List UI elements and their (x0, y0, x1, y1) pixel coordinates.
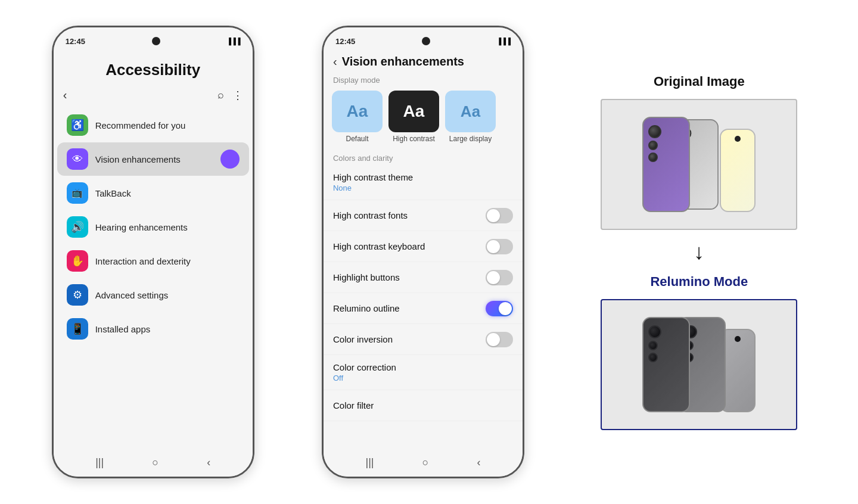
relumino-outline-label: Relumino outline (333, 303, 400, 313)
relumino-phones-group (642, 317, 756, 412)
menu-item-hearing[interactable]: 🔊 Hearing enhancements (57, 210, 249, 244)
high-contrast-fonts-knob (487, 209, 500, 222)
right-phone-time: 12:45 (335, 37, 355, 46)
left-phone: 12:45 ▐▐▐ Accessibility ‹ ⌕ ⋮ ♿ Recommen… (52, 26, 254, 478)
original-phone-cream (720, 129, 756, 212)
ve-title: Vision enhancements (342, 55, 464, 69)
color-inversion-row[interactable]: Color inversion (324, 324, 523, 355)
original-phones-group (642, 117, 756, 212)
menu-item-recommended[interactable]: ♿ Recommended for you (57, 108, 249, 142)
ve-header: ‹ Vision enhancements (324, 49, 523, 72)
color-inversion-label: Color inversion (333, 334, 393, 344)
interaction-icon: ✋ (67, 250, 88, 272)
left-phone-time: 12:45 (66, 37, 85, 46)
right-phone-bottom-bar: ||| ○ ‹ (324, 448, 523, 477)
nav-back-icon[interactable]: ‹ (207, 456, 210, 469)
high-contrast-theme-label: High contrast theme (333, 172, 413, 182)
purple-camera-cluster (648, 125, 661, 162)
menu-item-vision[interactable]: 👁 Vision enhancements (57, 142, 249, 176)
high-contrast-fonts-toggle[interactable] (486, 208, 513, 223)
highlight-buttons-label: Highlight buttons (333, 272, 400, 282)
left-phone-signal: ▐▐▐ (226, 38, 240, 45)
default-mode-box: Aa (332, 91, 383, 132)
highlight-buttons-row[interactable]: Highlight buttons (324, 262, 523, 293)
relumino-outline-knob (499, 302, 512, 315)
right-phone: 12:45 ▐▐▐ ‹ Vision enhancements Display … (322, 26, 524, 478)
hearing-icon: 🔊 (67, 216, 88, 238)
relumino-outline-content: Relumino outline (333, 303, 400, 313)
color-inversion-knob (487, 333, 500, 346)
highlight-buttons-knob (487, 271, 500, 284)
high-contrast-keyboard-row[interactable]: High contrast keyboard (324, 231, 523, 262)
relumino-outline-toggle[interactable] (486, 301, 513, 316)
accessibility-title: Accessibility (54, 61, 253, 79)
color-filter-label: Color filter (333, 400, 374, 410)
nav-pipe-icon[interactable]: ||| (95, 456, 104, 469)
high-contrast-keyboard-label: High contrast keyboard (333, 241, 425, 251)
talkback-icon: 📺 (67, 182, 88, 204)
recommended-label: Recommended for you (95, 120, 186, 130)
high-contrast-keyboard-toggle[interactable] (486, 239, 513, 254)
vision-active-dot (220, 150, 240, 169)
interaction-label: Interaction and dexterity (95, 256, 191, 266)
display-mode-high-contrast[interactable]: Aa High contrast (388, 91, 439, 143)
right-phone-camera (422, 37, 430, 45)
color-filter-row[interactable]: Color filter (324, 390, 523, 421)
high-contrast-fonts-label: High contrast fonts (333, 210, 408, 220)
ve-back-button[interactable]: ‹ (333, 55, 337, 69)
right-nav-pipe-icon[interactable]: ||| (366, 456, 374, 469)
advanced-icon: ⚙ (67, 284, 88, 306)
high-contrast-fonts-content: High contrast fonts (333, 210, 408, 220)
right-nav-back-icon[interactable]: ‹ (477, 456, 480, 469)
menu-item-installed[interactable]: 📱 Installed apps (57, 312, 249, 346)
cam-lens-3 (648, 153, 658, 162)
accessibility-menu-list: ♿ Recommended for you 👁 Vision enhanceme… (54, 108, 253, 448)
left-phone-bottom-bar: ||| ○ ‹ (54, 448, 253, 477)
back-button[interactable]: ‹ (63, 88, 67, 102)
high-contrast-mode-text: Aa (403, 102, 425, 121)
vision-label: Vision enhancements (95, 154, 181, 164)
advanced-label: Advanced settings (95, 290, 169, 300)
high-contrast-fonts-row[interactable]: High contrast fonts (324, 200, 523, 231)
original-image-box (601, 99, 797, 230)
color-inversion-content: Color inversion (333, 334, 393, 344)
right-phone-screen: ‹ Vision enhancements Display mode Aa De… (324, 49, 523, 448)
right-nav-home-icon[interactable]: ○ (422, 456, 429, 469)
original-phone-purple (642, 117, 690, 212)
default-mode-label: Default (346, 135, 368, 143)
nav-home-icon[interactable]: ○ (152, 456, 158, 469)
large-mode-label: Large display (449, 135, 492, 143)
relumino-image-box (601, 299, 797, 430)
clarity-section: High contrast theme None High contrast f… (324, 165, 523, 448)
high-contrast-theme-row[interactable]: High contrast theme None (324, 165, 523, 200)
comparison-section: Original Image (592, 74, 806, 430)
down-arrow: ↓ (694, 239, 704, 265)
high-contrast-keyboard-knob (487, 240, 500, 253)
cam-lens-1 (648, 125, 661, 138)
relumino-outline-row[interactable]: Relumino outline (324, 293, 523, 324)
color-inversion-toggle[interactable] (486, 332, 513, 347)
highlight-buttons-toggle[interactable] (486, 270, 513, 285)
search-icon[interactable]: ⌕ (217, 89, 224, 102)
color-correction-row[interactable]: Color correction Off (324, 355, 523, 390)
acc-nav-row: ‹ ⌕ ⋮ (54, 82, 253, 108)
relumino-overlay-1 (644, 318, 689, 411)
original-image-title: Original Image (654, 74, 745, 89)
color-correction-label: Color correction (333, 362, 396, 372)
left-phone-screen: Accessibility ‹ ⌕ ⋮ ♿ Recommended for yo… (54, 49, 253, 448)
colors-clarity-label: Colors and clarity (324, 150, 523, 165)
high-contrast-theme-content: High contrast theme None (333, 172, 413, 192)
display-mode-large[interactable]: Aa Large display (445, 91, 496, 143)
high-contrast-keyboard-content: High contrast keyboard (333, 241, 425, 251)
color-correction-content: Color correction Off (333, 362, 396, 382)
menu-item-advanced[interactable]: ⚙ Advanced settings (57, 278, 249, 312)
menu-item-talkback[interactable]: 📺 TalkBack (57, 176, 249, 210)
display-mode-default[interactable]: Aa Default (332, 91, 383, 143)
more-options-icon[interactable]: ⋮ (232, 89, 243, 102)
menu-item-interaction[interactable]: ✋ Interaction and dexterity (57, 244, 249, 278)
left-phone-camera (152, 37, 160, 45)
installed-icon: 📱 (67, 318, 88, 340)
left-phone-top-bar: 12:45 ▐▐▐ (54, 27, 253, 49)
highlight-buttons-content: Highlight buttons (333, 272, 400, 282)
high-contrast-theme-value: None (333, 183, 413, 192)
